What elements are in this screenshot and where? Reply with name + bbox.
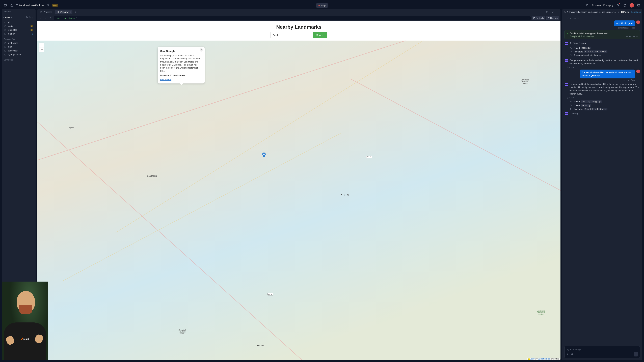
chevron-down-icon[interactable]: ▾	[618, 11, 619, 13]
svg-rect-13	[638, 4, 640, 6]
svg-point-6	[592, 4, 593, 5]
task-card[interactable]: ✓ Build the initial prototype of the req…	[564, 30, 640, 39]
input-area: Type message... ⋮	[562, 345, 642, 360]
tab-webview[interactable]: Webview ×	[55, 10, 72, 14]
url-field[interactable]: {...}.replit.dev / →	[54, 16, 531, 20]
avatar[interactable]	[630, 3, 634, 7]
action-line: ✎ Edited main.py	[570, 104, 640, 107]
forward-icon[interactable]: →	[44, 16, 48, 20]
files-header: ▾ Files ⋮	[2, 14, 36, 20]
reload-icon[interactable]: ⟳	[49, 16, 53, 20]
feedback-link[interactable]: Feedback	[631, 11, 641, 13]
map-label: Foster City	[341, 194, 350, 196]
action-line: ▢ Presented results to the user	[570, 53, 640, 57]
task-title: Implement a search functionality for fin…	[569, 11, 616, 13]
agent-icon	[564, 42, 568, 45]
file-item[interactable]: .git	[3, 20, 34, 24]
url-bar: ← → ⟳ {...}.replit.dev / → Devtools New …	[37, 15, 560, 21]
popup-body: Seal Slough, also known as Marina Lagoon…	[160, 54, 202, 72]
attach-icon[interactable]	[571, 353, 573, 356]
split-icon[interactable]	[545, 10, 550, 14]
avatar	[636, 20, 640, 24]
map-marker[interactable]	[262, 152, 266, 158]
search-icon[interactable]	[585, 3, 590, 8]
webcam-overlay: ▞replit	[2, 282, 48, 360]
close-icon[interactable]: ×	[70, 11, 71, 13]
file-item[interactable]: pyproject.toml	[3, 53, 34, 56]
search-input[interactable]: Search	[2, 9, 36, 14]
refresh-icon[interactable]	[11, 16, 13, 18]
map-label: ingame	[68, 127, 74, 129]
rightpanel-toggle-icon[interactable]	[636, 3, 641, 8]
devtools-button[interactable]: Devtools	[532, 16, 545, 20]
edit-icon: ✎	[570, 104, 572, 107]
more-icon[interactable]: ⋮	[32, 16, 34, 18]
map-popup: ✕ Seal Slough Seal Slough, also known as…	[158, 47, 204, 83]
timestamp: 2 minutes ago	[568, 17, 640, 19]
copy-icon[interactable]	[46, 3, 50, 8]
file-item[interactable]: main.pyM	[3, 32, 34, 36]
landmark-search-input[interactable]	[270, 32, 313, 38]
new-folder-icon[interactable]	[29, 16, 31, 18]
svg-point-26	[263, 153, 265, 155]
map[interactable]: San Mateo Foster City Belmont San Mateo …	[37, 40, 560, 360]
section-label: Packager files	[2, 36, 36, 41]
more-icon[interactable]: ⋮	[575, 353, 577, 356]
svg-rect-43	[566, 85, 568, 86]
stop-button[interactable]: Stop	[316, 3, 328, 8]
page-title: Nearby Landmarks	[37, 24, 560, 30]
home-icon[interactable]	[10, 3, 14, 8]
svg-rect-29	[565, 43, 566, 45]
add-tab-button[interactable]: +	[74, 10, 78, 14]
file-item[interactable]: .pythonlibs	[3, 41, 34, 45]
chevron-down-icon[interactable]: ▾	[3, 16, 4, 18]
timestamp: just now | Read	[568, 79, 635, 81]
user-message: Yes, it looks good	[564, 20, 640, 26]
search-button[interactable]: Search	[313, 32, 327, 38]
file-item[interactable]: static2	[3, 24, 34, 28]
file-icon	[4, 53, 6, 56]
task-counter: 2 / 2	[564, 11, 568, 13]
file-item[interactable]: poetry.lock	[3, 49, 34, 53]
tab-progress[interactable]: Progress	[38, 10, 54, 14]
svg-rect-40	[565, 83, 566, 84]
message-input[interactable]: Type message...	[566, 348, 638, 352]
refresh-icon[interactable]: ⟳	[636, 35, 638, 37]
map-label: Belmont	[257, 345, 264, 347]
project-name[interactable]: LocalLandmarkExplorer	[16, 4, 44, 7]
file-item[interactable]: .upm	[3, 45, 34, 49]
deploy-button[interactable]: Deploy	[603, 4, 613, 7]
map-label: Bair Island Ecological Reserve	[537, 310, 545, 316]
zoom-in-button[interactable]: +	[40, 43, 44, 47]
learn-more-link[interactable]: Learn more	[160, 78, 172, 81]
help-icon[interactable]	[622, 3, 627, 8]
sidebar-toggle-icon[interactable]	[3, 3, 8, 8]
more-icon[interactable]: ⋮	[557, 10, 559, 14]
notifications-icon[interactable]	[616, 3, 620, 8]
section-label: Config files	[2, 57, 36, 61]
pause-button[interactable]: ▮▮ Pause	[621, 11, 630, 13]
go-icon[interactable]: →	[527, 17, 529, 19]
back-icon[interactable]: ←	[38, 16, 42, 20]
search-form: Search	[37, 32, 560, 41]
agent-pane: 2 / 2 Implement a search functionality f…	[562, 9, 642, 360]
svg-rect-9	[603, 5, 605, 6]
user-message: The search should filter the landmarks n…	[564, 69, 640, 78]
show-more-button[interactable]: Show 3 more	[570, 41, 586, 45]
svg-rect-44	[565, 112, 566, 113]
agent-icon	[564, 59, 568, 62]
invite-button[interactable]: Invite	[592, 4, 600, 7]
svg-rect-3	[47, 5, 48, 6]
svg-rect-0	[4, 4, 6, 6]
close-icon[interactable]: ✕	[200, 48, 203, 52]
file-item[interactable]: templates1	[3, 28, 34, 32]
timestamp: 2 minutes ago | Read	[568, 27, 635, 29]
mic-icon[interactable]	[566, 353, 569, 356]
zoom-out-button[interactable]: −	[40, 47, 44, 52]
folder-icon	[4, 25, 6, 27]
send-button[interactable]	[634, 352, 638, 357]
svg-rect-47	[566, 114, 568, 115]
new-tab-button[interactable]: New tab	[546, 16, 559, 20]
expand-icon[interactable]	[551, 10, 556, 14]
new-file-icon[interactable]	[26, 16, 28, 18]
